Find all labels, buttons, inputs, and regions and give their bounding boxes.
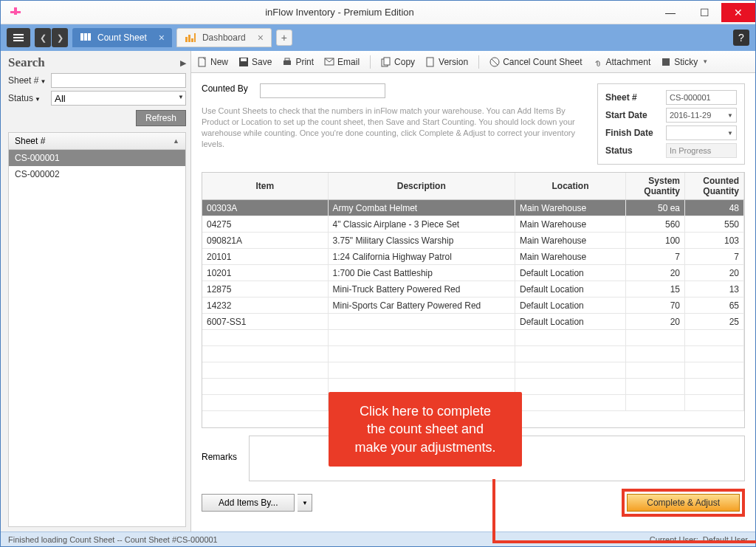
table-cell[interactable]: Default Location [515, 314, 626, 330]
add-items-by-button[interactable]: Add Items By... [202, 494, 295, 512]
table-cell[interactable]: 00303A [202, 200, 328, 216]
table-cell[interactable]: Army Combat Helmet [328, 200, 515, 216]
copy-button[interactable]: Copy [381, 57, 415, 67]
table-cell[interactable]: 15 [626, 281, 685, 297]
table-cell[interactable] [685, 330, 744, 346]
refresh-button[interactable]: Refresh [136, 110, 186, 126]
table-cell[interactable] [685, 346, 744, 362]
table-cell[interactable]: 1:700 Die Cast Battleship [328, 265, 515, 281]
table-cell[interactable] [202, 362, 328, 379]
table-row[interactable] [202, 346, 744, 362]
table-cell[interactable]: 20 [685, 265, 744, 281]
table-cell[interactable] [626, 362, 685, 379]
table-row[interactable]: 14232Mini-Sports Car Battery Powered Red… [202, 297, 744, 314]
table-cell[interactable] [515, 330, 626, 346]
col-item[interactable]: Item [202, 173, 328, 200]
table-cell[interactable] [626, 379, 685, 395]
table-cell[interactable] [202, 379, 328, 395]
col-system-qty[interactable]: System Quantity [626, 173, 685, 200]
table-row[interactable] [202, 330, 744, 346]
table-cell[interactable] [202, 395, 328, 411]
table-cell[interactable] [626, 395, 685, 411]
table-row[interactable]: 6007-SS1Default Location2025 [202, 314, 744, 330]
table-cell[interactable] [328, 314, 515, 330]
table-cell[interactable]: Main Warehouse [515, 249, 626, 265]
table-cell[interactable] [626, 346, 685, 362]
table-row[interactable]: 12875Mini-Truck Battery Powered RedDefau… [202, 281, 744, 297]
table-cell[interactable]: 50 ea [626, 200, 685, 216]
table-cell[interactable]: 560 [626, 216, 685, 233]
email-button[interactable]: Email [324, 57, 360, 67]
cancel-count-sheet-button[interactable]: Cancel Count Sheet [489, 57, 582, 67]
table-cell[interactable]: 20 [626, 265, 685, 281]
table-cell[interactable]: 12875 [202, 281, 328, 297]
sheet-list-row[interactable]: CS-000001 [9, 150, 185, 166]
table-cell[interactable]: 20101 [202, 249, 328, 265]
table-cell[interactable] [202, 330, 328, 346]
counted-by-input[interactable] [260, 83, 385, 98]
table-cell[interactable]: 100 [626, 233, 685, 249]
collapse-search-icon[interactable]: ▶ [180, 58, 186, 68]
meta-start-date[interactable]: 2016-11-29▼ [666, 108, 737, 123]
table-cell[interactable]: 550 [685, 216, 744, 233]
table-cell[interactable] [515, 346, 626, 362]
table-cell[interactable] [685, 362, 744, 379]
close-tab-icon[interactable]: × [159, 32, 165, 44]
add-items-by-dropdown[interactable]: ▼ [298, 494, 312, 512]
print-button[interactable]: Print [282, 57, 314, 67]
close-window-button[interactable]: ✕ [721, 3, 755, 22]
table-cell[interactable]: 7 [685, 249, 744, 265]
table-row[interactable]: 090821A3.75" Military Classics WarshipMa… [202, 233, 744, 249]
table-cell[interactable]: Mini-Sports Car Battery Powered Red [328, 297, 515, 314]
table-cell[interactable]: 20 [626, 314, 685, 330]
table-row[interactable]: 042754" Classic Airplane - 3 Piece SetMa… [202, 216, 744, 233]
table-cell[interactable]: 090821A [202, 233, 328, 249]
attachment-button[interactable]: Attachment [593, 57, 651, 67]
table-cell[interactable]: 70 [626, 297, 685, 314]
table-cell[interactable]: 48 [685, 200, 744, 216]
table-cell[interactable] [685, 395, 744, 411]
col-counted-qty[interactable]: Counted Quantity [685, 173, 744, 200]
table-cell[interactable]: 13 [685, 281, 744, 297]
table-cell[interactable]: 14232 [202, 297, 328, 314]
table-cell[interactable] [515, 379, 626, 395]
table-cell[interactable] [515, 362, 626, 379]
add-tab-button[interactable]: + [276, 30, 292, 46]
table-cell[interactable]: Mini-Truck Battery Powered Red [328, 281, 515, 297]
table-row[interactable]: 00303AArmy Combat HelmetMain Warehouse50… [202, 200, 744, 216]
table-cell[interactable]: 04275 [202, 216, 328, 233]
col-location[interactable]: Location [515, 173, 626, 200]
sheet-list-row[interactable]: CS-000002 [9, 166, 185, 182]
table-cell[interactable]: Main Warehouse [515, 200, 626, 216]
table-cell[interactable] [328, 330, 515, 346]
table-cell[interactable] [328, 346, 515, 362]
hamburger-menu[interactable] [7, 28, 30, 47]
sticky-button[interactable]: Sticky▼ [661, 57, 708, 67]
table-cell[interactable]: Default Location [515, 265, 626, 281]
table-cell[interactable]: 3.75" Military Classics Warship [328, 233, 515, 249]
tab-dashboard[interactable]: Dashboard × [176, 28, 272, 47]
table-cell[interactable]: 7 [626, 249, 685, 265]
help-button[interactable]: ? [733, 30, 749, 46]
meta-finish-date[interactable]: ▼ [666, 125, 737, 140]
nav-back-button[interactable]: ❮ [35, 28, 51, 47]
table-cell[interactable] [515, 395, 626, 411]
filter-sheet-input[interactable] [51, 73, 186, 88]
table-cell[interactable]: 6007-SS1 [202, 314, 328, 330]
table-cell[interactable] [328, 362, 515, 379]
nav-forward-button[interactable]: ❯ [52, 28, 68, 47]
table-cell[interactable]: 65 [685, 297, 744, 314]
table-cell[interactable]: Main Warehouse [515, 233, 626, 249]
table-cell[interactable] [626, 330, 685, 346]
table-cell[interactable] [202, 346, 328, 362]
dropdown-caret-icon[interactable]: ▼ [178, 94, 184, 100]
table-cell[interactable]: 25 [685, 314, 744, 330]
new-button[interactable]: New [197, 57, 228, 67]
meta-sheet-value[interactable]: CS-000001 [666, 90, 737, 105]
version-button[interactable]: Version [425, 57, 468, 67]
minimize-button[interactable]: — [653, 3, 687, 22]
table-cell[interactable]: 1:24 California Highway Patrol [328, 249, 515, 265]
table-cell[interactable]: Main Warehouse [515, 216, 626, 233]
table-cell[interactable]: Default Location [515, 281, 626, 297]
table-cell[interactable]: 4" Classic Airplane - 3 Piece Set [328, 216, 515, 233]
